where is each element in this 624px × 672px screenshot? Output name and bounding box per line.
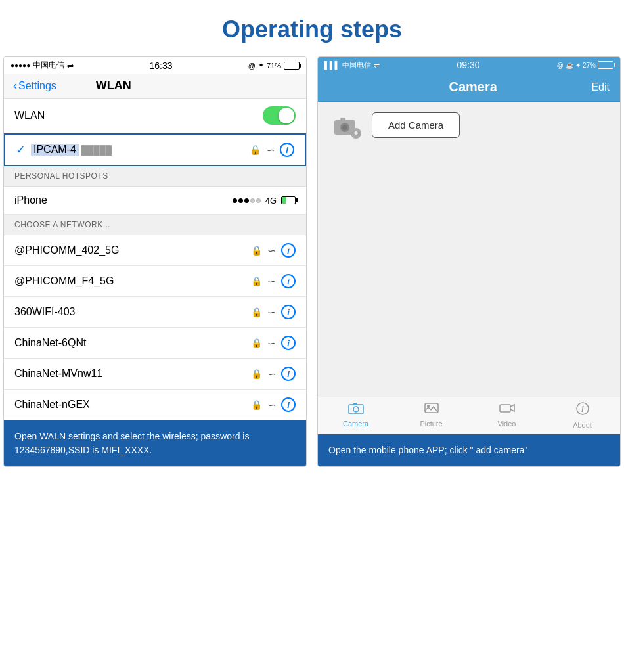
wifi-2: ∽ xyxy=(267,306,276,319)
bt-right: ✦ xyxy=(575,62,581,69)
carrier-left: 中国电信 xyxy=(33,60,64,71)
lock-4: 🔒 xyxy=(251,369,262,379)
tab-bar: Camera Picture xyxy=(318,397,620,434)
dot4 xyxy=(250,198,255,203)
wifi-4: ∽ xyxy=(267,368,276,380)
left-status-signal: ●●●●● 中国电信 ⇌ xyxy=(11,60,74,71)
network-name-3: ChinaNet-6QNt xyxy=(14,337,251,349)
tab-about[interactable]: i About xyxy=(545,401,620,429)
camera-tab-label: Camera xyxy=(343,420,368,428)
alarm-right: ☕ xyxy=(566,62,573,69)
iphone-battery xyxy=(281,196,296,204)
back-label[interactable]: Settings xyxy=(18,80,56,92)
camera-content: + Add Camera xyxy=(318,102,620,260)
video-tab-label: Video xyxy=(498,420,516,428)
add-camera-icon-btn[interactable]: + xyxy=(328,112,361,139)
network-icons-3: 🔒 ∽ i xyxy=(251,336,296,350)
wlan-toggle-row: WLAN xyxy=(4,99,306,133)
carrier-right: 中国电信 xyxy=(342,60,371,70)
right-nav-bar: Camera Edit xyxy=(318,73,620,102)
info-2[interactable]: i xyxy=(281,305,296,319)
svg-point-8 xyxy=(427,405,430,407)
network-name-4: ChinaNet-MVnw11 xyxy=(14,368,251,380)
back-button[interactable]: ‹ Settings xyxy=(13,79,56,93)
dot3 xyxy=(244,198,249,203)
tab-picture[interactable]: Picture xyxy=(393,401,469,429)
network-row-0[interactable]: @PHICOMM_402_5G 🔒 ∽ i xyxy=(4,235,306,266)
plus-badge-icon: + xyxy=(351,128,361,139)
right-caption: Open the mobile phone APP; click " add c… xyxy=(318,434,620,466)
lock-3: 🔒 xyxy=(251,338,262,348)
dot2 xyxy=(238,198,243,203)
wifi-5: ∽ xyxy=(267,399,276,411)
network-icons-4: 🔒 ∽ i xyxy=(251,367,296,381)
network-icons-1: 🔒 ∽ i xyxy=(251,274,296,288)
info-4[interactable]: i xyxy=(281,367,296,381)
svg-rect-3 xyxy=(340,118,345,120)
wifi-3: ∽ xyxy=(267,337,276,349)
info-1[interactable]: i xyxy=(281,274,296,288)
connected-network-blurred: █████ xyxy=(81,145,112,155)
left-caption: Open WALN settings and select the wirele… xyxy=(4,420,306,466)
left-status-bar: ●●●●● 中国电信 ⇌ 16:33 @ ✦ 71% xyxy=(4,57,306,74)
iphone-label: iPhone xyxy=(14,194,233,206)
info-3[interactable]: i xyxy=(281,336,296,350)
network-row-2[interactable]: 360WIFI-403 🔒 ∽ i xyxy=(4,297,306,328)
phones-container: ●●●●● 中国电信 ⇌ 16:33 @ ✦ 71% ‹ Settings WL… xyxy=(0,56,624,467)
4g-tag: 4G xyxy=(265,196,277,206)
network-row-3[interactable]: ChinaNet-6QNt 🔒 ∽ i xyxy=(4,328,306,359)
network-icons-5: 🔒 ∽ i xyxy=(251,397,296,412)
left-phone: ●●●●● 中国电信 ⇌ 16:33 @ ✦ 71% ‹ Settings WL… xyxy=(3,56,307,467)
lock-2: 🔒 xyxy=(251,307,262,317)
right-status-right: @ ☕ ✦ 27% xyxy=(557,61,613,69)
tab-camera[interactable]: Camera xyxy=(318,401,393,429)
iphone-signal-area: 4G xyxy=(233,196,296,206)
left-status-right: @ ✦ 71% xyxy=(248,61,300,70)
svg-point-2 xyxy=(342,125,347,130)
lock-icon-connected: 🔒 xyxy=(250,145,261,155)
svg-rect-6 xyxy=(353,403,357,405)
network-row-4[interactable]: ChinaNet-MVnw11 🔒 ∽ i xyxy=(4,359,306,390)
lock-0: 🔒 xyxy=(251,245,262,256)
network-row-5[interactable]: ChinaNet-nGEX 🔒 ∽ i xyxy=(4,390,306,420)
right-status-left: ▌▌▌ 中国电信 ⇌ xyxy=(324,60,380,70)
at-sign-left: @ xyxy=(248,62,256,70)
at-right: @ xyxy=(557,62,564,69)
battery-icon-right xyxy=(598,61,613,69)
choose-network-header: CHOOSE A NETWORK... xyxy=(4,215,306,235)
network-icons-2: 🔒 ∽ i xyxy=(251,305,296,319)
about-tab-label: About xyxy=(573,421,592,429)
add-camera-button[interactable]: Add Camera xyxy=(372,112,460,138)
wlan-toggle[interactable] xyxy=(263,106,296,125)
tab-video[interactable]: Video xyxy=(469,401,545,429)
battery-icon-left xyxy=(284,62,300,70)
network-name-0: @PHICOMM_402_5G xyxy=(14,244,251,256)
network-name-5: ChinaNet-nGEX xyxy=(14,399,251,411)
checkmark-icon: ✓ xyxy=(16,143,26,157)
network-row-1[interactable]: @PHICOMM_F4_5G 🔒 ∽ i xyxy=(4,266,306,297)
info-0[interactable]: i xyxy=(281,243,296,258)
signal-dots-iphone xyxy=(233,198,261,203)
left-status-time: 16:33 xyxy=(149,60,172,71)
connected-network-row[interactable]: ✓ IPCAM-4 █████ 🔒 ∽ i xyxy=(4,133,306,166)
picture-tab-label: Picture xyxy=(420,420,442,428)
info-button-connected[interactable]: i xyxy=(280,143,294,157)
svg-point-5 xyxy=(353,407,359,412)
network-name-1: @PHICOMM_F4_5G xyxy=(14,275,251,287)
right-phone: ▌▌▌ 中国电信 ⇌ 09:30 @ ☕ ✦ 27% Camera Edit xyxy=(317,56,621,467)
wifi-right: ⇌ xyxy=(374,61,380,70)
signal-bars-right: ▌▌▌ xyxy=(324,61,340,69)
info-5[interactable]: i xyxy=(281,397,296,412)
edit-button[interactable]: Edit xyxy=(591,81,610,93)
connected-network-icons: 🔒 ∽ i xyxy=(250,143,294,157)
right-nav-title: Camera xyxy=(449,79,497,95)
battery-pct-left: 71% xyxy=(267,62,281,70)
batt-pct-right: 27% xyxy=(583,62,596,69)
network-icons-0: 🔒 ∽ i xyxy=(251,243,296,258)
iphone-hotspot-row[interactable]: iPhone 4G xyxy=(4,187,306,215)
about-tab-icon: i xyxy=(575,401,590,420)
wlan-label: WLAN xyxy=(14,110,45,122)
left-nav-bar: ‹ Settings WLAN xyxy=(4,74,306,99)
signal-dots-left: ●●●●● xyxy=(11,62,30,69)
connected-network-name: IPCAM-4 xyxy=(31,144,79,156)
